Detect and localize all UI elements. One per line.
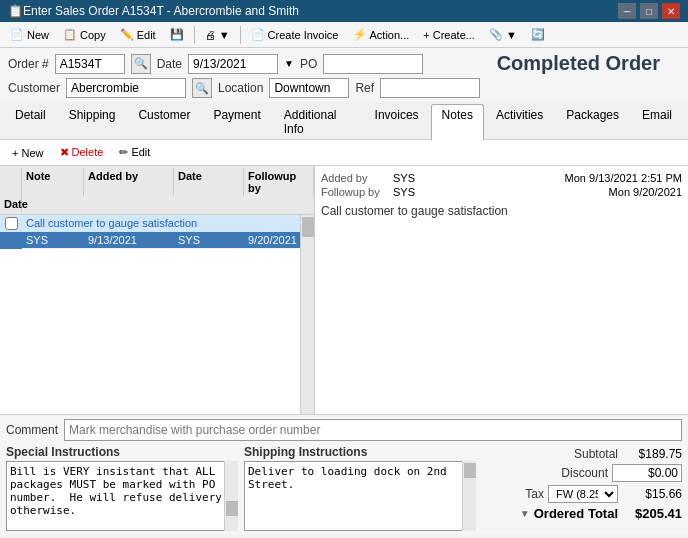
print-icon: 🖨	[205, 29, 216, 41]
po-label: PO	[300, 57, 317, 71]
comment-input[interactable]	[64, 419, 682, 441]
location-label: Location	[218, 81, 263, 95]
action-label: Action...	[370, 29, 410, 41]
added-date: Mon 9/13/2021 2:51 PM	[425, 172, 682, 184]
order-label: Order #	[8, 57, 49, 71]
special-instructions-panel: Special Instructions Bill is VERY insist…	[6, 445, 238, 531]
shipping-instructions-input[interactable]: Deliver to loading dock on 2nd Street.	[244, 461, 476, 531]
col-checkbox	[0, 168, 22, 196]
tax-label: Tax	[464, 487, 544, 501]
attach-dropdown: ▼	[506, 29, 517, 41]
special-instructions-input[interactable]: Bill is VERY insistant that ALL packages…	[6, 461, 238, 531]
special-scrollbar-thumb[interactable]	[226, 501, 238, 516]
order-search-button[interactable]: 🔍	[131, 54, 151, 74]
shipping-instructions-label: Shipping Instructions	[244, 445, 476, 459]
scrollbar[interactable]	[300, 215, 314, 414]
col-added-by: Added by	[84, 168, 174, 196]
po-input[interactable]	[323, 54, 423, 74]
new-icon: 📄	[10, 28, 24, 41]
followup-date: Mon 9/20/2021	[425, 186, 682, 198]
invoice-icon: 📄	[251, 28, 265, 41]
sub-edit-button[interactable]: ✏ Edit	[113, 143, 156, 162]
sub-delete-button[interactable]: ✖ Delete	[54, 143, 110, 162]
ordered-total-value: $205.41	[622, 506, 682, 521]
tab-additional-info[interactable]: Additional Info	[273, 104, 363, 139]
col-date: Date	[174, 168, 244, 196]
create-button[interactable]: + Create...	[417, 26, 481, 44]
tab-packages[interactable]: Packages	[555, 104, 630, 139]
row-added-by: SYS	[22, 232, 84, 249]
customer-input[interactable]	[66, 78, 186, 98]
print-dropdown: ▼	[219, 29, 230, 41]
table-header: Note Added by Date Followup by Date	[0, 166, 314, 215]
special-scrollbar[interactable]	[224, 461, 238, 531]
toolbar-separator-2	[240, 26, 241, 44]
right-panel: Added by SYS Mon 9/13/2021 2:51 PM Follo…	[315, 166, 688, 414]
attach-button[interactable]: 📎 ▼	[483, 25, 523, 44]
table-row-note[interactable]: Call customer to gauge satisfaction	[0, 215, 314, 232]
table-row-data[interactable]: SYS 9/13/2021 SYS 9/20/2021	[0, 232, 314, 249]
sub-new-label: + New	[12, 147, 44, 159]
tab-customer[interactable]: Customer	[127, 104, 201, 139]
create-invoice-button[interactable]: 📄 Create Invoice	[245, 25, 345, 44]
subtotal-value: $189.75	[622, 447, 682, 461]
added-by-label: Added by	[321, 172, 391, 184]
edit-icon: ✏️	[120, 28, 134, 41]
customer-label: Customer	[8, 81, 60, 95]
tab-invoices[interactable]: Invoices	[364, 104, 430, 139]
tab-activities[interactable]: Activities	[485, 104, 554, 139]
save-icon: 💾	[170, 28, 184, 41]
location-input[interactable]	[269, 78, 349, 98]
shipping-scrollbar-thumb[interactable]	[464, 463, 476, 478]
title-bar-text: Enter Sales Order A1534T - Abercrombie a…	[23, 4, 299, 18]
order-input[interactable]	[55, 54, 125, 74]
added-by-value: SYS	[393, 172, 415, 184]
title-bar-icon: 📋	[8, 4, 23, 18]
bottom-area: Comment Special Instructions Bill is VER…	[0, 414, 688, 535]
discount-input[interactable]	[612, 464, 682, 482]
subtotal-row: Subtotal $189.75	[482, 447, 682, 461]
instructions-row: Special Instructions Bill is VERY insist…	[6, 445, 682, 531]
action-icon: ⚡	[353, 28, 367, 41]
tab-email[interactable]: Email	[631, 104, 683, 139]
print-button[interactable]: 🖨 ▼	[199, 26, 236, 44]
minimize-button[interactable]: ─	[618, 3, 636, 19]
shipping-scrollbar[interactable]	[462, 461, 476, 531]
maximize-button[interactable]: □	[640, 3, 658, 19]
row-checkbox[interactable]	[0, 215, 22, 232]
date-dropdown-icon[interactable]: ▼	[284, 58, 294, 69]
col-followup-by: Followup by	[244, 168, 314, 196]
ordered-dropdown-icon[interactable]: ▼	[520, 508, 530, 519]
edit-button[interactable]: ✏️ Edit	[114, 25, 162, 44]
form-row-2: Customer 🔍 Location Ref	[8, 78, 680, 98]
scrollbar-thumb[interactable]	[302, 217, 314, 237]
tax-rate-select[interactable]: FW (8.25%)	[548, 485, 618, 503]
left-panel: Note Added by Date Followup by Date Call…	[0, 166, 315, 414]
tab-shipping[interactable]: Shipping	[58, 104, 127, 139]
title-bar: 📋 Enter Sales Order A1534T - Abercrombie…	[0, 0, 688, 22]
close-button[interactable]: ✕	[662, 3, 680, 19]
notes-table: Call customer to gauge satisfaction SYS …	[0, 215, 314, 414]
date-input[interactable]	[188, 54, 278, 74]
tab-notes[interactable]: Notes	[431, 104, 484, 140]
tab-payment[interactable]: Payment	[202, 104, 271, 139]
tax-row: Tax FW (8.25%) $15.66	[482, 485, 682, 503]
row-date: 9/13/2021	[84, 232, 174, 249]
copy-icon: 📋	[63, 28, 77, 41]
totals-panel: Subtotal $189.75 Discount Tax FW (8.25%)…	[482, 445, 682, 531]
new-button[interactable]: 📄 New	[4, 25, 55, 44]
tab-detail[interactable]: Detail	[4, 104, 57, 139]
create-invoice-label: Create Invoice	[268, 29, 339, 41]
refresh-button[interactable]: 🔄	[525, 25, 551, 44]
action-button[interactable]: ⚡ Action...	[347, 25, 416, 44]
customer-search-button[interactable]: 🔍	[192, 78, 212, 98]
discount-label: Discount	[528, 466, 608, 480]
sub-new-button[interactable]: + New	[6, 143, 50, 162]
save-button[interactable]: 💾	[164, 25, 190, 44]
copy-button[interactable]: 📋 Copy	[57, 25, 112, 44]
ordered-total-row: ▼ Ordered Total $205.41	[482, 506, 682, 521]
ref-input[interactable]	[380, 78, 480, 98]
date-label: Date	[157, 57, 182, 71]
sub-toolbar: + New ✖ Delete ✏ Edit	[0, 140, 688, 166]
note-checkbox[interactable]	[5, 217, 18, 230]
